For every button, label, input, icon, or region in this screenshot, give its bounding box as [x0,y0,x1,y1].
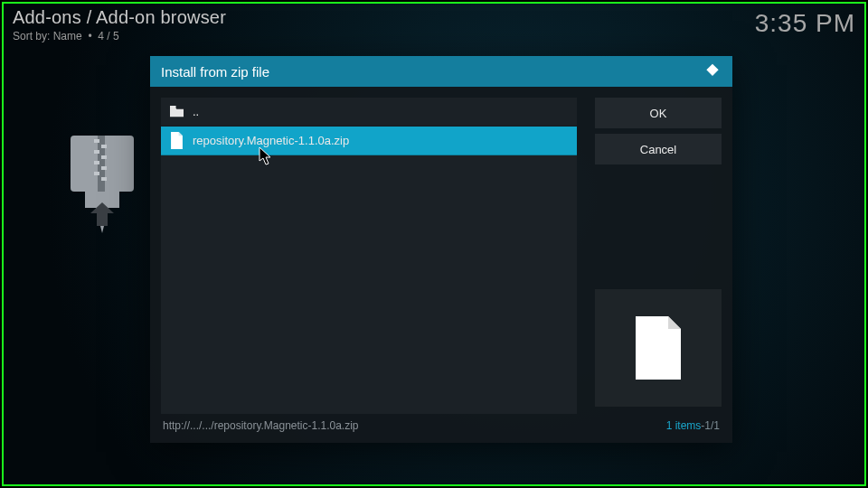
svg-rect-7 [101,166,107,170]
breadcrumb: Add-ons / Add-on browser [13,7,226,28]
sort-line: Sort by: Name • 4 / 5 [13,30,226,42]
parent-directory-row[interactable]: .. [161,98,577,127]
clock: 3:35 PM [755,7,855,38]
svg-rect-3 [101,145,107,148]
folder-icon [170,105,184,118]
svg-rect-8 [94,172,99,175]
file-list[interactable]: .. repository.Magnetic-1.1.0a.zip [161,98,577,414]
svg-rect-6 [94,161,99,164]
svg-rect-4 [94,150,99,154]
item-position: 1/1 [704,419,720,432]
current-path: http://.../.../repository.Magnetic-1.1.0… [163,419,359,432]
dialog-title: Install from zip file [161,64,269,80]
kodi-logo-icon [703,62,722,80]
svg-rect-9 [101,177,107,181]
sort-label: Sort by: Name [13,30,82,42]
file-icon [170,134,184,147]
ok-button[interactable]: OK [595,98,722,128]
file-preview [595,289,722,407]
row-label: repository.Magnetic-1.1.0a.zip [193,134,349,147]
install-from-zip-dialog: Install from zip file .. [150,56,732,443]
dialog-title-bar: Install from zip file [150,56,732,87]
svg-rect-2 [94,139,99,143]
svg-rect-10 [170,106,176,108]
row-label: .. [193,105,199,118]
sort-separator: • [88,30,91,42]
cancel-button[interactable]: Cancel [595,134,722,164]
svg-rect-5 [101,155,107,159]
item-count: 1 items [666,419,702,432]
zip-install-icon [67,136,150,235]
zip-file-row[interactable]: repository.Magnetic-1.1.0a.zip [161,127,577,155]
sort-position: 4 / 5 [98,30,118,42]
